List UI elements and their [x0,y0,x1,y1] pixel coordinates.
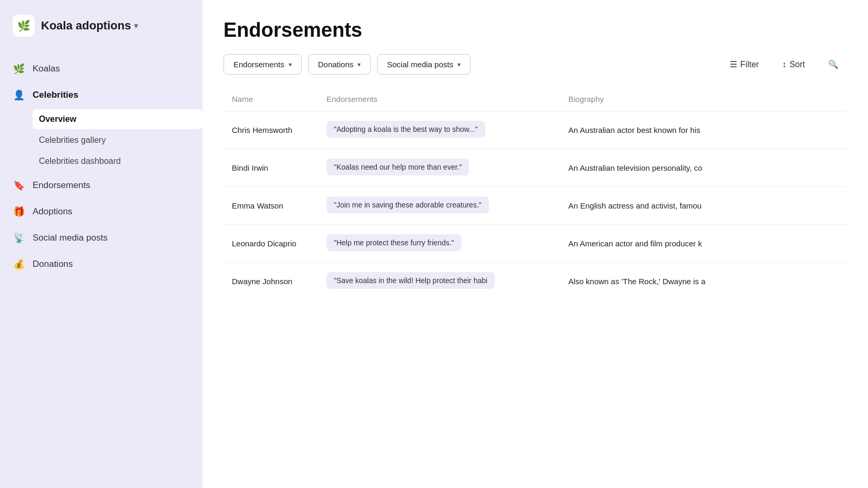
endorsement-chip: "Join me in saving these adorable creatu… [326,196,489,213]
endorsement-chip: "Save koalas in the wild! Help protect t… [326,272,495,289]
main-header: Endorsements Endorsements ▾ Donations ▾ … [202,0,868,87]
endorsements-filter-label: Endorsements [233,60,284,69]
column-header-biography: Biography [560,87,847,111]
cell-name: Emma Watson [223,187,318,225]
filter-button[interactable]: ☰ Filter [721,54,768,75]
sidebar-item-donations[interactable]: 💰 Donations [0,251,202,277]
cell-biography: An American actor and film producer k [560,225,847,263]
adoptions-icon: 🎁 [13,205,25,218]
table-row: Chris Hemsworth"Adopting a koala is the … [223,111,847,149]
column-header-endorsements: Endorsements [318,87,560,111]
sidebar-item-overview[interactable]: Overview [33,109,202,129]
search-button[interactable]: 🔍 [820,54,847,75]
sort-label: Sort [790,60,805,69]
toolbar: Endorsements ▾ Donations ▾ Social media … [223,54,847,75]
sidebar-item-endorsements[interactable]: 🔖 Endorsements [0,172,202,199]
cell-biography: An Australian actor best known for his [560,111,847,149]
donations-filter-button[interactable]: Donations ▾ [308,54,371,75]
cell-name: Bindi Irwin [223,149,318,187]
cell-endorsement: "Join me in saving these adorable creatu… [318,187,560,225]
celebrities-icon: 👤 [13,89,25,101]
endorsements-table: Name Endorsements Biography Chris Hemswo… [223,87,847,300]
sidebar-item-celebrities[interactable]: 👤 Celebrities [0,82,202,108]
koalas-icon: 🌿 [13,63,25,75]
donations-icon: 💰 [13,258,25,271]
cell-name: Leonardo Dicaprio [223,225,318,263]
cell-biography: An Australian television personality, co [560,149,847,187]
endorsement-chip: "Help me protect these furry friends." [326,234,462,251]
donations-filter-label: Donations [318,60,354,69]
table-header: Name Endorsements Biography [223,87,847,111]
sidebar-item-social-media-posts[interactable]: 📡 Social media posts [0,225,202,251]
sidebar-item-adoptions[interactable]: 🎁 Adoptions [0,199,202,225]
endorsements-filter-button[interactable]: Endorsements ▾ [223,54,302,75]
sidebar-nav: 🌿 Koalas 👤 Celebrities Overview Celebrit… [0,51,202,488]
cell-endorsement: "Save koalas in the wild! Help protect t… [318,263,560,300]
page-title: Endorsements [223,19,847,41]
sort-button[interactable]: ↕ Sort [774,55,813,75]
cell-biography: An English actress and activist, famou [560,187,847,225]
table-row: Emma Watson"Join me in saving these ador… [223,187,847,225]
app-title-text: Koala adoptions [41,19,131,33]
search-icon: 🔍 [828,59,839,69]
table-row: Leonardo Dicaprio"Help me protect these … [223,225,847,263]
cell-endorsement: "Help me protect these furry friends." [318,225,560,263]
endorsement-chip: "Adopting a koala is the best way to sho… [326,121,485,138]
social-media-posts-filter-button[interactable]: Social media posts ▾ [377,54,471,75]
sidebar-item-celebrities-dashboard[interactable]: Celebrities dashboard [33,151,202,171]
column-header-name: Name [223,87,318,111]
cell-name: Dwayne Johnson [223,263,318,300]
filter-label: Filter [740,60,759,69]
donations-filter-chevron-icon: ▾ [358,61,361,68]
social-media-posts-label: Social media posts [33,233,108,243]
social-media-posts-icon: 📡 [13,232,25,244]
koalas-label: Koalas [33,64,60,74]
social-media-posts-filter-label: Social media posts [387,60,453,69]
sidebar: 🌿 Koala adoptions ▾ 🌿 Koalas 👤 Celebriti… [0,0,202,488]
endorsements-filter-chevron-icon: ▾ [289,61,292,68]
endorsement-chip: "Koalas need our help more than ever." [326,159,469,175]
celebrities-label: Celebrities [33,90,78,100]
social-media-posts-filter-chevron-icon: ▾ [457,61,461,68]
cell-endorsement: "Koalas need our help more than ever." [318,149,560,187]
sidebar-item-celebrities-gallery[interactable]: Celebrities gallery [33,130,202,150]
app-title-chevron-icon: ▾ [134,22,138,30]
endorsements-icon: 🔖 [13,179,25,192]
table-row: Dwayne Johnson"Save koalas in the wild! … [223,263,847,300]
adoptions-label: Adoptions [33,206,73,217]
sidebar-header: 🌿 Koala adoptions ▾ [0,0,202,51]
sort-icon: ↕ [782,60,787,69]
cell-endorsement: "Adopting a koala is the best way to sho… [318,111,560,149]
cell-name: Chris Hemsworth [223,111,318,149]
endorsements-label: Endorsements [33,180,90,191]
table-container: Name Endorsements Biography Chris Hemswo… [202,87,868,488]
table-row: Bindi Irwin"Koalas need our help more th… [223,149,847,187]
app-logo-icon: 🌿 [13,15,35,37]
celebrities-subnav: Overview Celebrities gallery Celebrities… [0,109,202,171]
sidebar-item-koalas[interactable]: 🌿 Koalas [0,56,202,82]
main-content: Endorsements Endorsements ▾ Donations ▾ … [202,0,868,488]
donations-label: Donations [33,259,73,269]
filter-icon: ☰ [730,59,737,69]
cell-biography: Also known as 'The Rock,' Dwayne is a [560,263,847,300]
app-title[interactable]: Koala adoptions ▾ [41,19,138,33]
table-body: Chris Hemsworth"Adopting a koala is the … [223,111,847,300]
